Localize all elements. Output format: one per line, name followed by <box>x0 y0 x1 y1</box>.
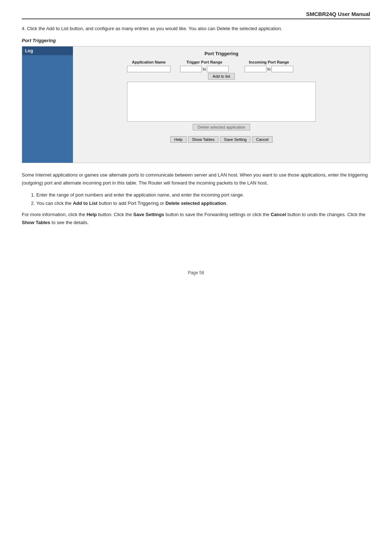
sidebar: Log <box>22 46 73 163</box>
section-title: Port Triggering <box>22 38 370 43</box>
bottom-buttons: Help Show Tables Save Setting Cancel <box>170 136 272 143</box>
page-title: SMCBR24Q User Manual <box>306 11 370 17</box>
body-para1: Some Internet applications or games use … <box>22 171 370 187</box>
step4-text: 4. Click the Add to List button, and con… <box>22 25 370 33</box>
cancel-bold: Cancel <box>271 212 286 217</box>
show-tables-button[interactable]: Show Tables <box>188 136 219 143</box>
trigger-port-end[interactable] <box>207 66 229 72</box>
entries-list <box>127 82 316 122</box>
incoming-port-inputs: to <box>238 66 300 72</box>
page-header: SMCBR24Q User Manual <box>22 11 370 17</box>
col-header-app: Application Name <box>127 60 171 64</box>
incoming-port-start[interactable] <box>245 66 266 72</box>
list-item-1: Enter the range of port numbers and ente… <box>36 191 370 199</box>
instructions-list: Enter the range of port numbers and ente… <box>36 191 370 208</box>
ui-screenshot-panel: Log Port Triggering Application Name Tri… <box>22 46 370 163</box>
delete-selected-button[interactable]: Delete selected application <box>193 124 250 130</box>
delete-bold: Delete selected application <box>166 200 226 206</box>
help-bold: Help <box>86 212 97 217</box>
header-rule <box>22 19 370 19</box>
column-headers: Application Name Trigger Port Range Inco… <box>127 60 316 64</box>
body-para2: For more information, click the Help but… <box>22 211 370 227</box>
sidebar-header: Log <box>22 46 73 55</box>
help-button[interactable]: Help <box>170 136 187 143</box>
trigger-port-inputs: to <box>173 66 235 72</box>
add-to-list-bold: Add to List <box>73 200 98 206</box>
col-header-trigger: Trigger Port Range <box>173 60 235 64</box>
show-tables-bold: Show Tables <box>22 220 50 225</box>
page-footer: Page 58 <box>22 270 370 275</box>
incoming-port-end[interactable] <box>271 66 293 72</box>
save-setting-button[interactable]: Save Setting <box>220 136 250 143</box>
to-label-2: to <box>267 67 270 71</box>
app-name-input[interactable] <box>127 66 171 72</box>
cancel-button[interactable]: Cancel <box>252 136 272 143</box>
panel-title: Port Triggering <box>204 51 238 56</box>
input-row: to to <box>127 66 316 72</box>
add-to-list-button[interactable]: Add to list <box>208 73 235 80</box>
save-settings-bold: Save Settings <box>133 212 164 217</box>
list-item-2: You can click the Add to List button to … <box>36 199 370 207</box>
ui-main-area: Port Triggering Application Name Trigger… <box>73 46 370 163</box>
to-label-1: to <box>203 67 206 71</box>
col-header-incoming: Incoming Port Range <box>238 60 300 64</box>
trigger-port-start[interactable] <box>180 66 202 72</box>
